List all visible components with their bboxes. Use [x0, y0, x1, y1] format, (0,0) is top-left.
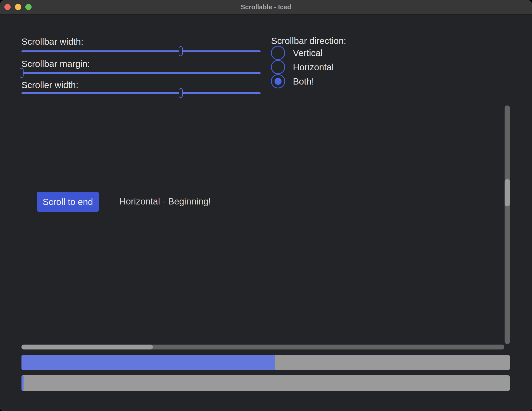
radio-option-label: Horizontal — [293, 62, 334, 72]
radio-option-label: Vertical — [293, 48, 323, 58]
vertical-scrollbar-track[interactable] — [505, 105, 510, 344]
window-title: Scrollable - Iced — [0, 0, 532, 14]
vertical-scrollbar-scroller[interactable] — [505, 179, 510, 206]
radio-circle-icon — [271, 60, 285, 74]
titlebar: Scrollable - Iced — [0, 0, 532, 14]
horizontal-progress-fill — [21, 355, 275, 370]
scroll-to-end-button[interactable]: Scroll to end — [37, 192, 99, 212]
scrollbar-width-slider-handle[interactable] — [179, 46, 183, 56]
scroll-status-text: Horizontal - Beginning! — [119, 196, 211, 207]
scroller-width-slider-handle[interactable] — [179, 88, 183, 98]
scrollbar-width-label: Scrollbar width: — [21, 36, 83, 47]
scrollbar-margin-slider-handle[interactable] — [20, 68, 24, 78]
scrollbar-margin-slider[interactable] — [21, 72, 261, 74]
horizontal-scrollbar-track[interactable] — [21, 345, 504, 349]
app-window: Scrollable - Iced Scrollbar width: Scrol… — [0, 0, 532, 411]
horizontal-progress-bar — [21, 355, 510, 370]
scroller-width-slider[interactable] — [21, 92, 261, 94]
scrollbar-width-slider[interactable] — [21, 50, 261, 52]
vertical-progress-bar — [21, 375, 510, 391]
radio-circle-icon — [271, 46, 285, 60]
radio-option-horizontal[interactable]: Horizontal — [271, 60, 334, 74]
radio-option-label: Both! — [293, 76, 314, 87]
scrollbar-direction-label: Scrollbar direction: — [271, 35, 346, 46]
radio-option-both[interactable]: Both! — [271, 74, 334, 88]
scrollbar-direction-group: Vertical Horizontal Both! — [271, 46, 334, 88]
vertical-progress-fill — [21, 375, 24, 391]
radio-circle-selected-icon — [271, 74, 285, 88]
scroller-width-label: Scroller width: — [21, 80, 78, 90]
horizontal-scrollbar-scroller[interactable] — [21, 345, 153, 349]
radio-option-vertical[interactable]: Vertical — [271, 46, 334, 60]
scrollbar-margin-label: Scrollbar margin: — [21, 58, 90, 69]
